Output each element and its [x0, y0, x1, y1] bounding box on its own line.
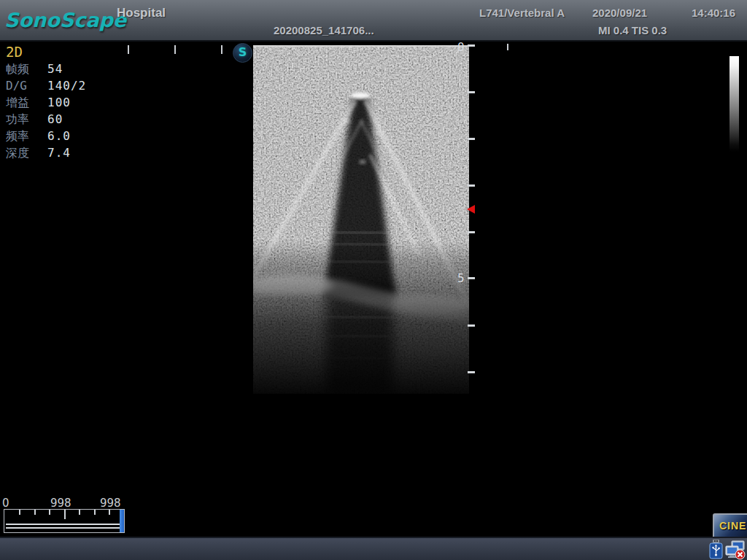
param-frequency: 频率 6.0 — [6, 129, 123, 146]
ultrasound-image[interactable] — [253, 45, 469, 394]
param-label: 深度 — [6, 146, 29, 161]
param-value: 7.4 — [47, 146, 71, 160]
cine-button[interactable]: CINE — [713, 513, 747, 539]
hospital-name: Hospital — [117, 6, 166, 20]
param-label: 功率 — [6, 112, 29, 128]
cine-tick — [94, 510, 96, 515]
param-label: 帧频 — [6, 62, 29, 77]
s-badge-icon: S — [233, 43, 252, 63]
cine-frame-current: 998 — [50, 497, 71, 510]
focus-marker-icon[interactable] — [467, 205, 475, 214]
cine-frame-total: 998 — [100, 497, 121, 510]
depth-tick — [468, 138, 475, 140]
cine-center-tick — [64, 510, 66, 519]
cine-position-marker[interactable] — [120, 510, 124, 532]
depth-label-0: 0 — [457, 41, 465, 54]
cine-tick — [19, 510, 20, 515]
depth-tick — [468, 91, 475, 93]
cine-track-line — [6, 524, 121, 525]
ruler-tick — [507, 44, 508, 50]
cine-tick — [79, 510, 80, 515]
depth-tick — [468, 44, 475, 47]
depth-tick — [468, 231, 475, 233]
depth-tick — [468, 324, 475, 327]
param-value: 60 — [47, 112, 63, 126]
grayscale-map-bar — [729, 56, 739, 152]
usb-device-icon[interactable] — [708, 540, 724, 559]
cine-tick — [49, 510, 50, 515]
depth-tick — [468, 371, 475, 373]
sonoscape-logo: SonoScape — [4, 9, 126, 31]
param-frame-rate: 帧频 54 — [6, 62, 123, 79]
param-value: 140/2 — [47, 79, 86, 93]
depth-tick — [468, 184, 475, 187]
network-disconnected-icon[interactable] — [725, 540, 746, 560]
depth-label-5: 5 — [457, 272, 465, 285]
param-power: 功率 60 — [6, 112, 123, 129]
param-depth: 深度 7.4 — [6, 146, 123, 163]
probe-preset-label: L741/Vertebral A — [479, 7, 565, 19]
cine-frame-start: 0 — [2, 497, 9, 510]
top-status-bar: SonoScape Hospital L741/Vertebral A 2020… — [0, 0, 747, 42]
cine-tick — [34, 510, 36, 515]
exam-id: 20200825_141706... — [274, 24, 374, 36]
param-value: 6.0 — [47, 129, 71, 143]
param-gain: 增益 100 — [6, 96, 123, 112]
imaging-mode-label: 2D — [6, 44, 23, 60]
cine-scrollbar[interactable] — [4, 509, 125, 533]
ruler-tick — [221, 45, 222, 54]
param-label: 增益 — [6, 96, 29, 111]
ultrasound-system-screen: SonoScape Hospital L741/Vertebral A 2020… — [0, 0, 747, 560]
param-label: D/G — [6, 79, 27, 93]
system-clock: 14:40:16 — [692, 7, 735, 19]
depth-tick — [468, 277, 475, 279]
param-label: 频率 — [6, 129, 29, 144]
mi-tis-readout: MI 0.4 TIS 0.3 — [598, 24, 667, 36]
bottom-status-bar — [0, 537, 747, 560]
ruler-tick — [174, 45, 176, 54]
system-date: 2020/09/21 — [592, 7, 647, 19]
param-value: 54 — [47, 62, 63, 76]
cine-track-line — [6, 527, 121, 529]
cine-tick — [109, 510, 110, 515]
param-value: 100 — [47, 96, 71, 109]
param-dynamic-range: D/G 140/2 — [6, 79, 123, 96]
ruler-tick — [128, 45, 129, 54]
